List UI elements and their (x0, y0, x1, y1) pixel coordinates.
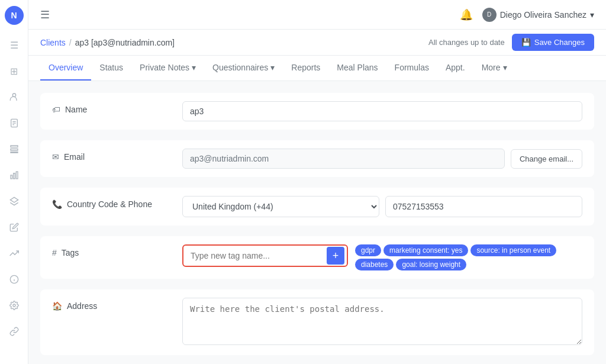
tabs-bar: Overview Status Private Notes ▾ Question… (28, 56, 606, 81)
breadcrumb: Clients / ap3 [ap3@nutriadmin.com] (40, 38, 175, 47)
breadcrumb-separator: / (69, 38, 72, 47)
save-icon: 💾 (521, 38, 531, 47)
sidebar-icon-doc[interactable] (4, 112, 25, 134)
tab-appt[interactable]: Appt. (437, 56, 473, 80)
sidebar: N ☰ ⊞ (0, 0, 28, 364)
tag-input[interactable] (185, 247, 324, 264)
main-content: ☰ 🔔 D Diego Oliveira Sanchez ▾ Clients /… (28, 0, 606, 364)
user-name: Diego Oliveira Sanchez (500, 10, 586, 20)
tab-status[interactable]: Status (91, 56, 131, 80)
tags-label: # Tags (52, 244, 182, 257)
tab-overview[interactable]: Overview (40, 56, 91, 80)
sidebar-icon-person[interactable] (4, 86, 25, 108)
phone-input[interactable] (385, 196, 582, 217)
svg-rect-7 (16, 172, 18, 179)
sidebar-icon-hamburger[interactable]: ☰ (4, 34, 25, 56)
name-control (182, 101, 582, 121)
tag-goal[interactable]: goal: losing weight (396, 259, 466, 270)
tag-gdpr[interactable]: gdpr (355, 244, 381, 256)
avatar: D (482, 8, 497, 22)
breadcrumb-clients-link[interactable]: Clients (40, 38, 66, 47)
phone-icon: 📞 (52, 199, 62, 209)
sidebar-icon-gear[interactable] (4, 295, 25, 316)
user-dropdown-icon: ▾ (590, 10, 594, 20)
svg-rect-6 (13, 173, 15, 179)
country-select[interactable]: United Kingdom (+44) United States (+1) … (182, 196, 379, 217)
tab-formulas[interactable]: Formulas (386, 56, 437, 80)
user-menu[interactable]: D Diego Oliveira Sanchez ▾ (482, 8, 594, 22)
more-dropdown-icon: ▾ (503, 63, 507, 72)
tab-reports[interactable]: Reports (283, 56, 328, 80)
save-changes-button[interactable]: 💾 Save Changes (512, 34, 594, 51)
svg-point-12 (13, 304, 15, 307)
name-row: 🏷 Name (40, 93, 594, 130)
tab-meal-plans[interactable]: Meal Plans (328, 56, 386, 80)
email-input[interactable] (182, 149, 505, 169)
address-icon: 🏠 (52, 301, 62, 311)
change-email-button[interactable]: Change email... (511, 149, 582, 169)
tab-more[interactable]: More ▾ (473, 56, 515, 80)
tab-questionnaires[interactable]: Questionnaires ▾ (204, 56, 283, 80)
app-logo[interactable]: N (5, 6, 24, 25)
address-row: 🏠 Address (40, 289, 594, 355)
svg-marker-8 (10, 197, 18, 202)
private-notes-dropdown-icon: ▾ (192, 63, 196, 72)
form-content: 🏷 Name ✉ Email Change email... (28, 81, 606, 364)
country-phone-label: 📞 Country Code & Phone (52, 196, 182, 209)
sidebar-icon-home[interactable]: ⊞ (4, 60, 25, 82)
svg-point-0 (12, 94, 15, 96)
questionnaires-dropdown-icon: ▾ (270, 63, 275, 72)
sidebar-icon-food[interactable] (4, 138, 25, 160)
name-input[interactable] (182, 101, 582, 121)
tab-private-notes[interactable]: Private Notes ▾ (131, 56, 204, 80)
tags-row: # Tags + gdpr marketing consent: yes sou… (40, 236, 594, 279)
email-control: Change email... (182, 149, 582, 169)
sidebar-icon-layers[interactable] (4, 191, 25, 212)
email-row: ✉ Email Change email... (40, 140, 594, 177)
address-label: 🏠 Address (52, 298, 182, 311)
name-label: 🏷 Name (52, 101, 182, 114)
tag-input-wrapper: + (182, 244, 348, 267)
address-textarea[interactable] (182, 298, 582, 345)
topbar-right: 🔔 D Diego Oliveira Sanchez ▾ (460, 8, 594, 22)
address-control (182, 298, 582, 347)
hamburger-icon[interactable]: ☰ (40, 8, 50, 21)
country-phone-row: 📞 Country Code & Phone United Kingdom (+… (40, 188, 594, 226)
tags-list: gdpr marketing consent: yes source: in p… (355, 244, 582, 270)
sidebar-icon-info[interactable] (4, 269, 25, 290)
tag-add-button[interactable]: + (327, 247, 344, 265)
hash-icon: # (52, 248, 57, 257)
tags-control: + gdpr marketing consent: yes source: in… (182, 244, 582, 270)
tag-icon: 🏷 (52, 105, 60, 114)
tags-area: + gdpr marketing consent: yes source: in… (182, 244, 582, 270)
bell-icon[interactable]: 🔔 (460, 8, 473, 21)
sidebar-icon-chart[interactable] (4, 165, 25, 186)
sidebar-icon-link[interactable] (4, 321, 25, 342)
sidebar-icon-edit[interactable] (4, 217, 25, 238)
breadcrumb-right: All changes up to date 💾 Save Changes (428, 34, 594, 51)
breadcrumb-bar: Clients / ap3 [ap3@nutriadmin.com] All c… (28, 30, 606, 56)
save-button-label: Save Changes (534, 38, 585, 47)
email-icon: ✉ (52, 152, 59, 162)
country-phone-control: United Kingdom (+44) United States (+1) … (182, 196, 582, 217)
tag-diabetes[interactable]: diabetes (355, 259, 394, 270)
topbar: ☰ 🔔 D Diego Oliveira Sanchez ▾ (28, 0, 606, 30)
email-label: ✉ Email (52, 149, 182, 162)
svg-rect-5 (11, 175, 12, 179)
save-status: All changes up to date (428, 38, 505, 47)
breadcrumb-current: ap3 [ap3@nutriadmin.com] (75, 38, 175, 47)
tag-marketing[interactable]: marketing consent: yes (383, 244, 468, 256)
sidebar-icon-trending[interactable] (4, 243, 25, 264)
tag-source[interactable]: source: in person event (470, 244, 556, 256)
topbar-left: ☰ (40, 8, 50, 21)
